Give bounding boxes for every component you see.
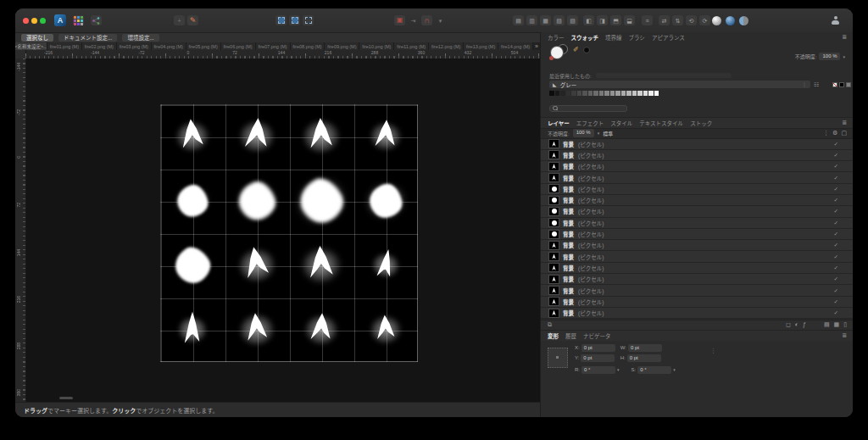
document-tab[interactable]: fire10.png (M) [359,42,394,50]
layer-visibility-checkbox[interactable]: ✓ [834,265,838,271]
gray-swatch[interactable] [621,91,626,96]
panel-tab[interactable]: ブラシ [629,33,645,42]
swatch-search-input[interactable] [549,105,627,112]
document-tab[interactable]: fire14.png (M) [498,42,533,50]
panel-tab[interactable]: ナビゲータ [583,331,611,340]
gray-swatch[interactable] [632,91,637,96]
opacity-caret-icon[interactable]: ▾ [843,54,845,59]
image-tile[interactable] [225,298,289,362]
panel-tab[interactable]: アピアランス [652,33,685,42]
document-tab[interactable]: fire01.png (M) [47,42,82,50]
color-selector[interactable]: ✐ [549,44,571,64]
transform-anchor-proxy[interactable] [548,348,568,368]
layer-row[interactable]: 背景(ピクセル)✓ [541,308,853,319]
account-icon[interactable] [831,16,840,25]
align-bottom-icon[interactable]: ⬓ [624,15,635,25]
gray-swatch[interactable] [571,91,576,96]
image-tile[interactable] [160,298,225,362]
align-center-icon[interactable]: ◨ [597,15,608,25]
edit-pencil-icon[interactable]: ✎ [187,15,198,25]
image-tile[interactable] [160,233,225,298]
layer-opacity-value[interactable]: 100 % [573,129,594,136]
image-tile[interactable] [289,298,353,362]
context-button[interactable]: 選択なし [21,34,53,42]
layer-visibility-checkbox[interactable]: ✓ [834,152,838,159]
gray-swatch[interactable] [593,91,598,96]
panel-menu-icon[interactable]: ≣ [842,332,847,339]
layer-visibility-checkbox[interactable]: ✓ [834,298,838,305]
layer-visibility-checkbox[interactable]: ✓ [834,276,838,282]
layer-visibility-checkbox[interactable]: ✓ [834,309,838,316]
new-layer-icon[interactable]: ▦ [834,321,840,328]
document-tab[interactable]: fire11.png (M) [394,42,429,50]
layer-visibility-checkbox[interactable]: ✓ [834,175,838,181]
panel-tab[interactable]: エフェクト [576,119,604,127]
flip-horizontal-icon[interactable]: ⇄ [659,15,670,25]
tab-overflow-icon[interactable]: » [533,42,540,50]
arrange-up-icon[interactable]: ▦ [540,15,551,25]
image-tile[interactable] [225,169,289,233]
arrange-front-icon[interactable]: ▧ [554,15,565,25]
sphere-split-icon[interactable] [739,16,748,25]
layer-row[interactable]: 背景(ピクセル)✓ [541,229,853,240]
layer-row[interactable]: 背景(ピクセル)✓ [541,195,853,206]
sphere-blue-icon[interactable] [726,16,735,25]
deselect-icon[interactable] [303,15,314,25]
image-tile[interactable] [225,233,289,298]
layer-row[interactable]: 背景(ピクセル)✓ [541,139,853,150]
gray-swatch[interactable] [577,91,582,96]
snapping-options-caret[interactable]: ▾ [435,15,446,25]
gray-swatch[interactable] [610,91,615,96]
adjustment-layer-icon[interactable]: ◐ [795,321,798,328]
layer-row[interactable]: 背景(ピクセル)✓ [541,263,853,274]
layer-visibility-checkbox[interactable]: ✓ [834,220,838,226]
grid-view-icon[interactable]: ☷ [814,81,819,88]
recent-swatches-strip[interactable] [596,73,732,78]
layer-visibility-checkbox[interactable]: ✓ [834,242,838,248]
gray-swatch[interactable] [582,91,587,96]
x-field[interactable]: 0 pt [581,344,615,352]
select-all-icon[interactable] [275,15,287,25]
layer-row[interactable]: 背景(ピクセル)✓ [541,172,853,183]
layer-settings-gear-icon[interactable]: ⚙ [832,130,837,136]
panel-tab[interactable]: テキストスタイル [639,119,683,127]
panel-tab[interactable]: 境界線 [605,33,622,42]
alignment-list-icon[interactable]: ≡ [642,15,653,25]
gray-swatch[interactable] [599,91,604,96]
document-tab[interactable]: fire05.png (M) [186,42,221,50]
image-tile[interactable] [289,169,353,233]
layer-visibility-checkbox[interactable]: ✓ [834,163,838,170]
y-field[interactable]: 0 pt [581,354,615,362]
image-tile[interactable] [160,169,225,233]
rotation-caret-icon[interactable]: ▾ [617,367,620,372]
document-tab[interactable]: fire02.png (M) [82,42,117,50]
black-swatch[interactable] [839,82,844,87]
layer-sort-icon[interactable]: ⋮ [823,130,829,136]
panel-tab[interactable]: 履歴 [565,331,576,340]
panel-tab[interactable]: 変形 [548,331,559,340]
document-tab[interactable]: fire12.png (M) [429,42,464,50]
document-tab[interactable]: fire13.png (M) [464,42,498,50]
layer-row[interactable]: 背景(ピクセル)✓ [541,206,853,217]
document-tab[interactable]: fire08.png (M) [291,42,326,50]
image-tile[interactable] [353,298,418,362]
layer-visibility-checkbox[interactable]: ✓ [834,253,838,260]
gray-swatch[interactable] [555,91,560,96]
gray-swatch[interactable] [626,91,632,96]
rotate-ccw-icon[interactable]: ⟲ [686,15,697,25]
snap-candidates-icon[interactable]: ▣ [394,15,405,25]
image-tile[interactable] [353,104,418,169]
share-icon[interactable] [91,15,102,25]
gray-swatch[interactable] [604,91,609,96]
layer-row[interactable]: 背景(ピクセル)✓ [541,297,853,308]
live-filter-icon[interactable]: ƒ [803,321,806,328]
panel-tab[interactable]: カラー [548,33,565,42]
gray-swatch[interactable] [654,91,659,96]
h-field[interactable]: 0 pt [627,354,661,362]
layer-row[interactable]: 背景(ピクセル)✓ [541,285,853,296]
align-top-icon[interactable]: ⬒ [610,15,621,25]
panel-tab[interactable]: スタイル [610,119,632,127]
layer-visibility-checkbox[interactable]: ✓ [834,287,838,294]
edit-all-layers-icon[interactable]: ⧉ [548,321,552,327]
zoom-button[interactable] [40,18,46,24]
